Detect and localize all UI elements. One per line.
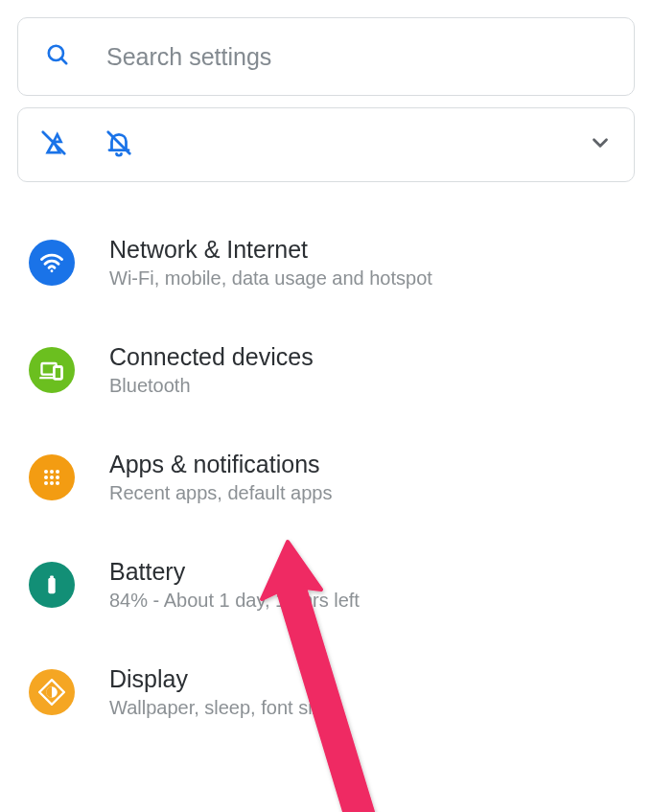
- svg-marker-3: [54, 134, 61, 142]
- item-title: Network & Internet: [109, 236, 432, 264]
- item-title: Battery: [109, 558, 360, 586]
- item-subtitle: Bluetooth: [109, 375, 314, 397]
- search-icon: [45, 42, 70, 71]
- svg-point-6: [51, 269, 54, 272]
- notifications-off-icon: [105, 128, 133, 161]
- svg-point-18: [50, 481, 54, 485]
- svg-rect-20: [48, 578, 55, 594]
- svg-rect-21: [50, 575, 54, 578]
- quick-suggestions-panel[interactable]: [17, 107, 635, 182]
- item-subtitle: Wi-Fi, mobile, data usage and hotspot: [109, 267, 432, 290]
- chevron-down-icon: [588, 130, 613, 159]
- search-input[interactable]: Search settings: [17, 17, 635, 96]
- brightness-icon: [29, 669, 75, 715]
- wifi-icon: [29, 240, 75, 286]
- item-title: Connected devices: [109, 343, 314, 371]
- item-title: Display: [109, 665, 333, 693]
- svg-point-19: [56, 481, 59, 485]
- svg-point-16: [56, 476, 59, 479]
- svg-rect-8: [54, 367, 61, 380]
- svg-point-17: [44, 481, 48, 485]
- settings-item-apps-notifications[interactable]: Apps & notifications Recent apps, defaul…: [17, 424, 635, 531]
- apps-icon: [29, 454, 75, 500]
- svg-point-15: [50, 476, 54, 479]
- svg-point-14: [44, 476, 48, 479]
- svg-point-13: [56, 470, 59, 474]
- settings-item-network[interactable]: Network & Internet Wi-Fi, mobile, data u…: [17, 209, 635, 316]
- devices-icon: [29, 347, 75, 393]
- settings-item-connected-devices[interactable]: Connected devices Bluetooth: [17, 316, 635, 424]
- settings-item-battery[interactable]: Battery 84% - About 1 day, 10 hrs left: [17, 531, 635, 638]
- battery-icon: [29, 562, 75, 608]
- data-off-icon: [39, 128, 68, 161]
- svg-point-11: [44, 470, 48, 474]
- item-title: Apps & notifications: [109, 451, 332, 478]
- search-placeholder: Search settings: [106, 43, 271, 71]
- settings-list: Network & Internet Wi-Fi, mobile, data u…: [17, 209, 635, 746]
- item-subtitle: 84% - About 1 day, 10 hrs left: [109, 590, 360, 612]
- item-subtitle: Wallpaper, sleep, font size: [109, 697, 333, 719]
- svg-line-1: [61, 58, 66, 63]
- item-subtitle: Recent apps, default apps: [109, 482, 332, 504]
- svg-point-12: [50, 470, 54, 474]
- settings-item-display[interactable]: Display Wallpaper, sleep, font size: [17, 638, 635, 746]
